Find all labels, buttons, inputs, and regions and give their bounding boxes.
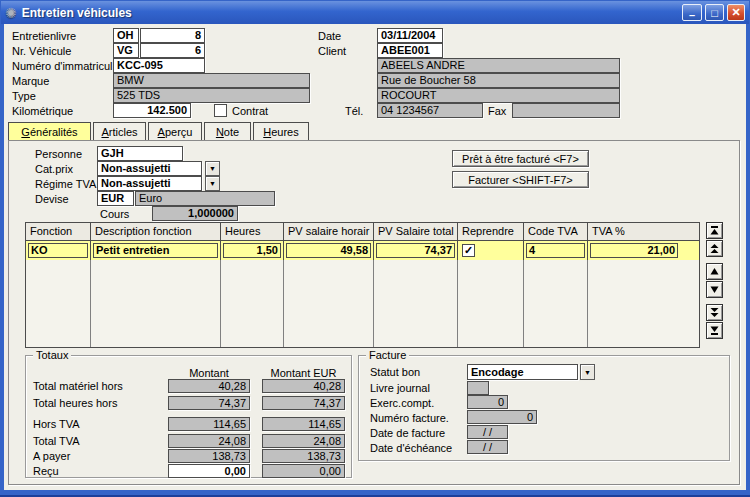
close-button[interactable]: ✕ <box>727 4 745 21</box>
hors-tva-montant: 114,65 <box>168 417 250 431</box>
tab-heures-label: Heures <box>263 126 298 138</box>
exerc-compt-field: 0 <box>467 395 508 409</box>
contrat-label: Contrat <box>232 105 268 118</box>
col-header-pv-salaire-total: PV Salaire total <box>374 223 458 240</box>
facture-title: Facture <box>366 349 409 362</box>
client-code-field[interactable]: ABEE001 <box>377 43 443 58</box>
entretienlivre-code-field[interactable]: OH <box>113 28 139 43</box>
entretien-vehicules-window: ✺ Entretien véhicules – □ ✕ Entretienliv… <box>0 0 750 497</box>
tab-heures[interactable]: Heures <box>253 122 309 141</box>
fax-field <box>512 103 620 118</box>
table-body-empty <box>26 260 699 347</box>
col-header-reprendre: Reprendre <box>458 223 524 240</box>
col-header-pv-salaire-horair: PV salaire horair <box>284 223 374 240</box>
total-materiel-label: Total matériel hors <box>33 380 123 393</box>
col-header-tva-pct: TVA % <box>588 223 699 240</box>
titlebar[interactable]: ✺ Entretien véhicules – □ ✕ <box>1 1 749 24</box>
cell-pv-salaire-total[interactable]: 74,37 <box>376 243 455 258</box>
cell-tva-pct[interactable]: 21,00 <box>590 243 678 258</box>
cat-prix-combo[interactable]: Non-assujetti <box>97 161 202 176</box>
statut-bon-combo[interactable]: Encodage <box>467 364 578 380</box>
marque-label: Marque <box>12 75 49 88</box>
down-arrow-icon <box>710 285 719 294</box>
nr-vehicule-number-field[interactable]: 6 <box>140 43 205 58</box>
window-title: Entretien véhicules <box>22 6 677 20</box>
client-street-field: Rue de Boucher 58 <box>377 73 620 88</box>
personne-label: Personne <box>35 148 82 161</box>
tab-articles[interactable]: Articles <box>93 122 146 141</box>
lines-table: Fonction Description fonction Heures PV … <box>25 222 700 348</box>
tab-note[interactable]: Note <box>204 122 251 141</box>
date-echeance-label: Date d'échéance <box>370 442 452 455</box>
tab-generalites[interactable]: Généralités <box>8 122 91 141</box>
tab-generalites-label: Généralités <box>21 126 77 138</box>
record-down-button[interactable] <box>706 281 723 298</box>
app-icon: ✺ <box>5 6 17 20</box>
tab-apercu[interactable]: Aperçu <box>148 122 202 141</box>
col-header-fonction: Fonction <box>26 223 91 240</box>
recu-montant-field[interactable]: 0,00 <box>168 464 250 478</box>
date-facture-label: Date de facture <box>370 427 445 440</box>
kilometrique-field[interactable]: 142.500 <box>113 103 191 118</box>
cell-fonction[interactable]: KO <box>28 243 88 258</box>
numero-facture-label: Numéro facture. <box>370 412 449 425</box>
page-down-icon <box>710 308 719 317</box>
pret-a-facturer-button[interactable]: Prêt à être facturé <F7> <box>452 150 589 167</box>
statut-bon-dropdown-button[interactable]: ▼ <box>580 364 595 380</box>
hors-tva-montant-eur: 114,65 <box>262 417 345 431</box>
record-last-button[interactable] <box>706 322 723 339</box>
tab-articles-label: Articles <box>101 126 137 138</box>
record-first-button[interactable] <box>706 222 723 239</box>
nr-vehicule-label: Nr. Véhicule <box>12 45 71 58</box>
hors-tva-label: Hors TVA <box>33 418 80 431</box>
up-arrow-icon <box>710 267 719 276</box>
cours-label: Cours <box>100 208 129 221</box>
type-field: 525 TDS <box>113 88 310 103</box>
table-row: KO Petit entretien 1,50 49,58 74,37 ✓ 4 … <box>26 241 699 260</box>
client-city-field: ROCOURT <box>377 88 620 103</box>
a-payer-montant-eur: 138,73 <box>262 449 345 463</box>
facturer-button[interactable]: Facturer <SHIFT-F7> <box>452 171 589 188</box>
cell-pv-salaire-horair[interactable]: 49,58 <box>286 243 371 258</box>
livre-journal-label: Livre journal <box>370 382 430 395</box>
total-heures-montant-eur: 74,37 <box>262 396 345 410</box>
immatricul-label: Numéro d'immatricul <box>12 60 113 73</box>
regime-tva-dropdown-button[interactable]: ▼ <box>205 176 220 191</box>
record-page-down-button[interactable] <box>706 304 723 321</box>
entretienlivre-number-field[interactable]: 8 <box>140 28 205 43</box>
chevron-down-icon: ▼ <box>209 165 216 172</box>
cell-heures[interactable]: 1,50 <box>223 243 281 258</box>
maximize-button[interactable]: □ <box>705 4 724 21</box>
first-record-icon <box>710 226 719 235</box>
minimize-button[interactable]: – <box>682 4 702 21</box>
date-label: Date <box>318 30 341 43</box>
immatricul-field[interactable]: KCC-095 <box>113 58 205 73</box>
tab-note-label: Note <box>216 126 239 138</box>
regime-tva-combo[interactable]: Non-assujetti <box>97 176 202 191</box>
recu-label: Reçu <box>33 465 59 478</box>
devise-code-field[interactable]: EUR <box>97 191 134 206</box>
record-up-button[interactable] <box>706 263 723 280</box>
recu-montant-eur: 0,00 <box>262 464 345 478</box>
chevron-down-icon: ▼ <box>584 369 591 376</box>
livre-journal-field <box>467 381 489 395</box>
total-heures-label: Total heures hors <box>33 397 117 410</box>
reprendre-checkbox[interactable]: ✓ <box>462 244 475 257</box>
devise-name-field: Euro <box>135 191 275 206</box>
tel-label: Tél. <box>345 105 363 118</box>
cat-prix-dropdown-button[interactable]: ▼ <box>205 161 220 176</box>
col-header-code-tva: Code TVA <box>524 223 588 240</box>
record-page-up-button[interactable] <box>706 240 723 257</box>
cell-description[interactable]: Petit entretien <box>93 243 218 258</box>
numero-facture-field: 0 <box>467 410 537 424</box>
a-payer-label: A payer <box>33 450 70 463</box>
entretienlivre-label: Entretienlivre <box>12 30 76 43</box>
date-facture-field: / / <box>467 425 508 439</box>
page-up-icon <box>710 244 719 253</box>
personne-field[interactable]: GJH <box>97 146 183 161</box>
date-field[interactable]: 03/11/2004 <box>377 28 443 43</box>
contrat-checkbox[interactable]: ✓ <box>214 104 227 117</box>
nr-vehicule-code-field[interactable]: VG <box>113 43 139 58</box>
cell-code-tva[interactable]: 4 <box>526 243 585 258</box>
date-echeance-field: / / <box>467 440 508 454</box>
